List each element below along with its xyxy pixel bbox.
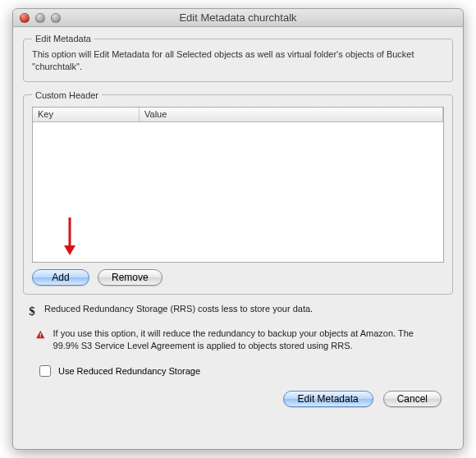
column-header-key[interactable]: Key xyxy=(33,108,140,121)
minimize-icon[interactable] xyxy=(35,13,45,23)
custom-header-table: Key Value xyxy=(32,107,444,263)
zoom-icon[interactable] xyxy=(51,13,61,23)
content-area: Edit Metadata This option will Edit Meta… xyxy=(13,27,463,417)
window-controls xyxy=(20,13,61,23)
rrs-warning-row: If you use this option, it will reduce t… xyxy=(36,327,440,353)
window-title: Edit Metadata churchtalk xyxy=(13,11,463,24)
cancel-button[interactable]: Cancel xyxy=(383,391,442,407)
add-button[interactable]: Add xyxy=(32,269,89,286)
rrs-warning-text: If you use this option, it will reduce t… xyxy=(53,327,440,353)
column-header-value[interactable]: Value xyxy=(140,108,443,121)
dialog-footer: Edit Metadata Cancel xyxy=(23,391,453,407)
use-rrs-checkbox[interactable] xyxy=(39,365,51,377)
edit-metadata-legend: Edit Metadata xyxy=(32,34,94,44)
svg-rect-4 xyxy=(40,337,41,337)
use-rrs-label: Use Reduced Redundancy Storage xyxy=(58,366,200,376)
table-header-row: Key Value xyxy=(33,108,443,122)
custom-header-group: Custom Header Key Value Add Remove xyxy=(23,90,453,295)
rrs-info-text: Reduced Redundancy Storage (RRS) costs l… xyxy=(44,303,313,315)
titlebar[interactable]: Edit Metadata churchtalk xyxy=(13,9,463,27)
dollar-icon: $ xyxy=(26,303,38,319)
remove-button[interactable]: Remove xyxy=(98,269,162,286)
rrs-checkbox-row: Use Reduced Redundancy Storage xyxy=(36,363,440,379)
edit-metadata-button[interactable]: Edit Metadata xyxy=(283,391,373,407)
warning-icon xyxy=(36,327,45,342)
custom-header-legend: Custom Header xyxy=(32,90,102,100)
table-body[interactable] xyxy=(33,122,443,262)
edit-metadata-description: This option will Edit Metadata for all S… xyxy=(32,48,444,73)
rrs-info-row: $ Reduced Redundancy Storage (RRS) costs… xyxy=(26,303,450,319)
table-buttons: Add Remove xyxy=(32,269,444,286)
edit-metadata-group: Edit Metadata This option will Edit Meta… xyxy=(23,34,453,82)
close-icon[interactable] xyxy=(20,13,30,23)
svg-rect-3 xyxy=(40,333,41,337)
dialog-window: Edit Metadata churchtalk Edit Metadata T… xyxy=(12,8,464,450)
